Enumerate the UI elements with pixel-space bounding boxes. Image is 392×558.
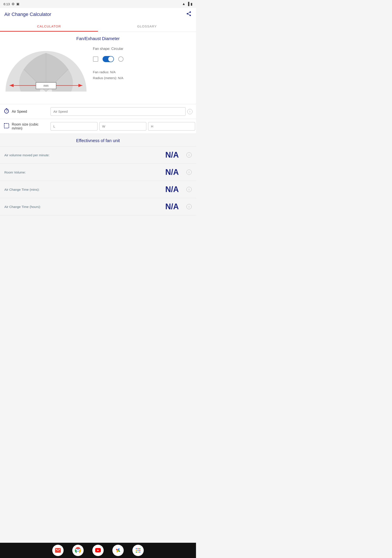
room-size-icon bbox=[3, 123, 9, 130]
shape-selectors bbox=[93, 56, 190, 62]
tabs-container: CALCULATOR GLOSSARY bbox=[0, 21, 196, 32]
result-label-2: Air Change Time (mins): bbox=[4, 188, 159, 191]
room-size-label-area: Room size (cubic m/min) bbox=[3, 122, 47, 130]
signal-icon: ▐ bbox=[187, 2, 189, 6]
fan-section: mm Fan shape: Circular Fan radius: N/A R… bbox=[0, 43, 196, 104]
time-display: 6:13 bbox=[3, 2, 10, 6]
status-icons: ▲ ▐ ▮ bbox=[182, 2, 193, 6]
settings-icon: ⚙ bbox=[12, 2, 15, 6]
result-value-3: N/A bbox=[159, 202, 185, 211]
battery-icon: ▮ bbox=[191, 2, 193, 6]
room-length-input[interactable] bbox=[51, 122, 98, 131]
radius-meters-label: Radius (meters): N/A bbox=[93, 75, 190, 81]
air-speed-label-area: Air Speed bbox=[3, 108, 47, 115]
effectiveness-header: Effectivness of fan unit bbox=[0, 134, 196, 146]
air-speed-fields: i bbox=[51, 107, 193, 116]
fan-section-header: Fan/Exhaust Diameter bbox=[0, 32, 196, 43]
fan-diagram: mm bbox=[3, 43, 89, 100]
room-size-fields: i bbox=[51, 122, 196, 131]
svg-rect-12 bbox=[4, 123, 9, 128]
app-title: Air Change Calculator bbox=[4, 12, 51, 17]
result-label-3: Air Change Time (hours): bbox=[4, 205, 159, 209]
fan-info: Fan radius: N/A Radius (meters): N/A bbox=[93, 69, 190, 81]
sd-card-icon: ▣ bbox=[16, 2, 19, 6]
room-size-label-text: Room size (cubic m/min) bbox=[12, 122, 47, 130]
result-row-1: Room Volume: N/A i bbox=[0, 164, 196, 181]
share-icon[interactable] bbox=[186, 11, 192, 18]
fan-shape-label: Fan shape: Circular bbox=[93, 47, 190, 51]
stopwatch-icon bbox=[3, 108, 9, 115]
air-speed-row: Air Speed i bbox=[0, 104, 196, 119]
tab-calculator[interactable]: CALCULATOR bbox=[0, 21, 98, 32]
result-value-2: N/A bbox=[159, 185, 185, 194]
tab-glossary[interactable]: GLOSSARY bbox=[98, 21, 196, 32]
toggle-thumb bbox=[108, 56, 113, 62]
room-height-input[interactable] bbox=[148, 122, 195, 131]
result-info-icon-0[interactable]: i bbox=[187, 152, 192, 157]
room-size-row: Room size (cubic m/min) i bbox=[0, 119, 196, 134]
shape-circular-toggle[interactable] bbox=[102, 56, 114, 62]
result-info-icon-3[interactable]: i bbox=[187, 204, 192, 209]
fan-controls: Fan shape: Circular Fan radius: N/A Radi… bbox=[89, 43, 193, 100]
fan-svg: mm bbox=[3, 43, 89, 100]
air-speed-info-icon[interactable]: i bbox=[187, 109, 193, 114]
status-time: 6:13 ⚙ ▣ bbox=[3, 2, 19, 6]
shape-oval-radio[interactable] bbox=[118, 56, 123, 62]
shape-square-checkbox[interactable] bbox=[93, 56, 98, 62]
result-info-icon-2[interactable]: i bbox=[187, 187, 192, 192]
result-row-2: Air Change Time (mins): N/A i bbox=[0, 181, 196, 198]
air-speed-input[interactable] bbox=[51, 107, 186, 116]
app-bar: Air Change Calculator bbox=[0, 8, 196, 21]
result-value-1: N/A bbox=[159, 168, 185, 177]
result-label-0: Air volumne moved per minute: bbox=[4, 153, 159, 157]
result-row-0: Air volumne moved per minute: N/A i bbox=[0, 147, 196, 164]
air-speed-label-text: Air Speed bbox=[12, 110, 27, 113]
fan-radius-label: Fan radius: N/A bbox=[93, 69, 190, 75]
wifi-icon: ▲ bbox=[182, 2, 186, 6]
result-info-icon-1[interactable]: i bbox=[187, 170, 192, 175]
room-width-input[interactable] bbox=[99, 122, 146, 131]
svg-text:mm: mm bbox=[43, 84, 49, 87]
result-row-3: Air Change Time (hours): N/A i bbox=[0, 198, 196, 215]
svg-point-11 bbox=[5, 109, 9, 113]
result-label-1: Room Volume: bbox=[4, 170, 159, 174]
result-value-0: N/A bbox=[159, 150, 185, 160]
status-bar: 6:13 ⚙ ▣ ▲ ▐ ▮ bbox=[0, 0, 196, 8]
